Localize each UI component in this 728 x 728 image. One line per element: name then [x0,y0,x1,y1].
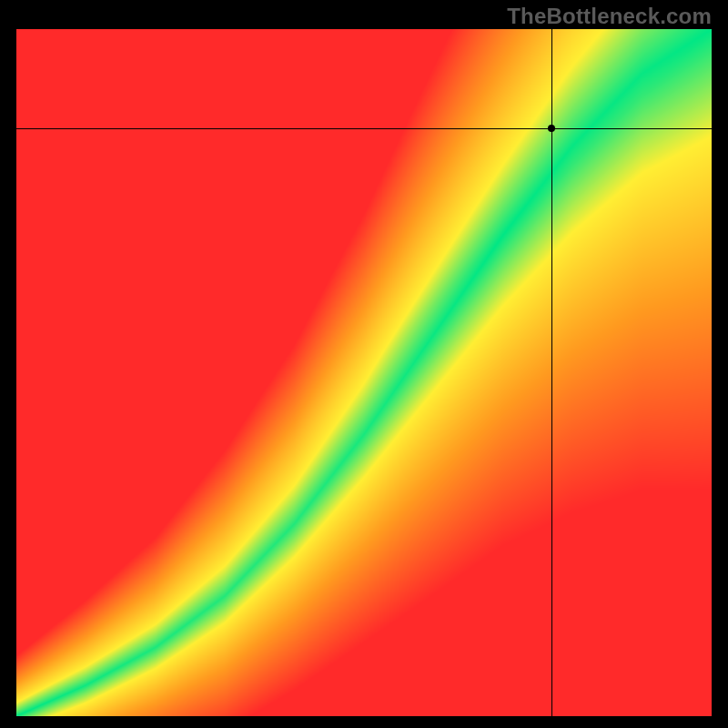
watermark-text: TheBottleneck.com [507,4,712,29]
heatmap-plot [16,29,712,716]
chart-frame: TheBottleneck.com [0,0,728,728]
heatmap-canvas [16,29,712,716]
